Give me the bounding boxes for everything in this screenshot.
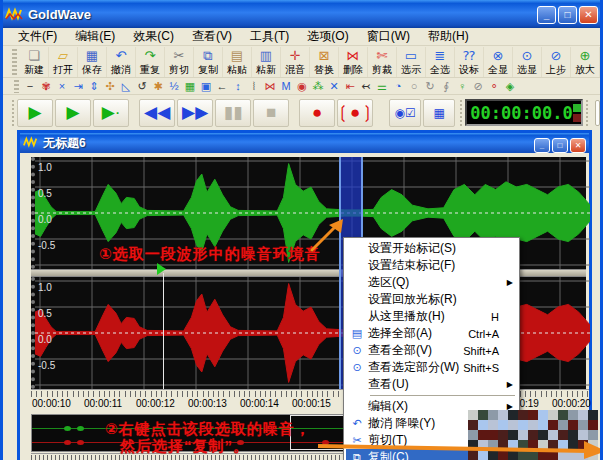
effect-tool-icon-5[interactable]: ⇕ <box>86 79 102 94</box>
menubar-item-6[interactable]: 窗口(W) <box>358 27 419 46</box>
select-all-icon: ▤ <box>346 327 368 340</box>
effect-tool-icon-13[interactable]: ← <box>214 79 230 94</box>
paste-button[interactable]: ▤粘贴 <box>223 47 252 77</box>
context-menu-item-5[interactable]: ▤选择全部(A)Ctrl+A <box>346 325 517 342</box>
maximize-button[interactable]: □ <box>552 138 568 153</box>
paste-new-button[interactable]: ▥粘新 <box>252 47 281 77</box>
effect-tool-icon-19[interactable]: ⁂ <box>310 79 326 94</box>
effect-tool-icon-23[interactable]: ⚌ <box>374 79 390 94</box>
effect-tool-icon-24[interactable]: ◔ <box>390 79 406 94</box>
stop-button[interactable]: ■ <box>253 99 289 127</box>
zoom-all-icon: ⊙ <box>346 344 368 357</box>
effect-tool-icon-16[interactable]: ⋈ <box>262 79 278 94</box>
context-menu-item-4[interactable]: 从这里播放(H)H <box>346 308 517 325</box>
previous-zoom-button[interactable]: ⊘上步 <box>542 47 571 77</box>
context-menu-item-1[interactable]: 设置结束标记(F) <box>346 257 517 274</box>
toolbar-grip[interactable] <box>12 49 17 75</box>
effect-tool-icon-28[interactable]: ♀ <box>454 79 470 94</box>
effect-tool-icon-14[interactable]: ↕ <box>230 79 246 94</box>
redo-button[interactable]: ↷重复 <box>136 47 165 77</box>
context-menu-item-3[interactable]: 设置回放光标(R) <box>346 291 517 308</box>
replace-button[interactable]: ⊠替换 <box>310 47 339 77</box>
status-green-led <box>573 104 581 112</box>
menu-item-label: 查看全部(V) <box>368 342 432 359</box>
speed-slider[interactable] <box>595 100 600 126</box>
effect-tool-icon-31[interactable]: ◈ <box>502 79 518 94</box>
play-button[interactable]: ▶ <box>17 99 53 127</box>
close-button[interactable]: ✕ <box>579 6 598 24</box>
effect-tool-icon-20[interactable]: ✕ <box>326 79 342 94</box>
effect-tool-icon-9[interactable]: ✱ <box>150 79 166 94</box>
undo-button[interactable]: ↶撤消 <box>107 47 136 77</box>
playback-marker-icon[interactable] <box>157 263 166 275</box>
set-marker-button[interactable]: ⁇设标 <box>455 47 484 77</box>
menubar-item-0[interactable]: 文件(F) <box>9 27 66 46</box>
delete-button[interactable]: ⋈删除 <box>339 47 368 77</box>
effect-tool-icon-12[interactable]: ▣ <box>198 79 214 94</box>
mosaic-tile <box>588 420 598 430</box>
menubar-item-4[interactable]: 工具(T) <box>241 27 298 46</box>
effect-tool-icon-15[interactable]: ⦚ <box>246 79 262 94</box>
play-selection-button[interactable]: ▶ <box>55 99 91 127</box>
play-from-marker-button[interactable]: ▶· <box>93 99 129 127</box>
rewind-button[interactable]: ◀◀ <box>139 99 175 127</box>
zoom-in-button[interactable]: ⊕放大 <box>571 47 600 77</box>
pause-button[interactable]: ▮▮ <box>215 99 251 127</box>
menubar-item-2[interactable]: 效果(C) <box>124 27 183 46</box>
effect-tool-icon-21[interactable]: ⇤ <box>342 79 358 94</box>
effect-tool-icon-7[interactable]: ◺ <box>118 79 134 94</box>
menubar-item-7[interactable]: 帮助(H) <box>419 27 478 46</box>
document-titlebar[interactable]: 无标题6 _□✕ <box>20 133 589 153</box>
effect-tool-icon-1[interactable]: − <box>22 79 38 94</box>
copy-button[interactable]: ⧉复制 <box>194 47 223 77</box>
close-button[interactable]: ✕ <box>570 138 586 153</box>
show-selection-button[interactable]: ▭选示 <box>397 47 426 77</box>
effect-tool-icon-10[interactable]: ½ <box>166 79 182 94</box>
fast-forward-button[interactable]: ▶▶ <box>177 99 213 127</box>
show-selected-button[interactable]: ⊙选显 <box>513 47 542 77</box>
minimize-button[interactable]: _ <box>534 138 550 153</box>
cut-button[interactable]: ✂剪切 <box>165 47 194 77</box>
effect-tool-icon-22[interactable]: ↢ <box>358 79 374 94</box>
effect-tool-icon-25[interactable]: ○ <box>406 79 422 94</box>
minimize-button[interactable]: _ <box>537 6 556 24</box>
context-menu-item-6[interactable]: ⊙查看全部(V)Shift+A <box>346 342 517 359</box>
effect-tool-icon-17[interactable]: M <box>278 79 294 94</box>
menubar-item-1[interactable]: 编辑(E) <box>66 27 124 46</box>
context-menu-item-0[interactable]: 设置开始标记(S) <box>346 240 517 257</box>
effect-tool-icon-26[interactable]: ↻ <box>422 79 438 94</box>
context-menu-item-2[interactable]: 选区(Q)▶ <box>346 274 517 291</box>
effect-tool-icon-8[interactable]: ↺ <box>134 79 150 94</box>
open-button[interactable]: ▱打开 <box>49 47 78 77</box>
effect-tool-icon-30[interactable]: ⚬ <box>486 79 502 94</box>
monitor-button[interactable]: ◉☑ <box>389 99 421 127</box>
menubar-item-5[interactable]: 选项(O) <box>298 27 357 46</box>
mix-button[interactable]: ✛混音 <box>281 47 310 77</box>
effect-tool-icon-6[interactable]: ✣ <box>102 79 118 94</box>
effect-tool-icon-2[interactable]: ✾ <box>38 79 54 94</box>
toolbar-grip[interactable] <box>14 80 19 93</box>
effect-tool-icon-29[interactable]: ⊘ <box>470 79 486 94</box>
effect-tool-icon-18[interactable]: ◉ <box>294 79 310 94</box>
new-button[interactable]: ❏新建 <box>20 47 49 77</box>
save-button[interactable]: ▦保存 <box>78 47 107 77</box>
effect-tool-icon-11[interactable]: ▦ <box>182 79 198 94</box>
show-all-button[interactable]: ⊗全显 <box>484 47 513 77</box>
record-button[interactable]: ● <box>299 99 335 127</box>
toolbar-grip[interactable] <box>460 100 462 126</box>
trim-button[interactable]: ✄剪裁 <box>368 47 397 77</box>
toolbar-grip[interactable] <box>586 100 588 126</box>
menubar-item-3[interactable]: 查看(V) <box>183 27 241 46</box>
record-selection-button[interactable]: ❲●❳ <box>337 99 373 127</box>
select-all-button[interactable]: ≣全选 <box>426 47 455 77</box>
time-label: 00:00:10 <box>32 398 71 409</box>
effect-tool-icon-4[interactable]: ⇥ <box>70 79 86 94</box>
cut-icon: ✂ <box>174 49 185 64</box>
effect-tool-icon-27[interactable]: ∮ <box>438 79 454 94</box>
effect-tool-icon-3[interactable]: × <box>54 79 70 94</box>
properties-button[interactable]: ▦ <box>423 99 455 127</box>
maximize-button[interactable]: □ <box>558 6 577 24</box>
toolbar-grip[interactable] <box>12 100 14 126</box>
context-menu-item-8[interactable]: 查看(U)▶ <box>346 376 517 393</box>
context-menu-item-7[interactable]: ⊙查看选定部分(W)Shift+S <box>346 359 517 376</box>
